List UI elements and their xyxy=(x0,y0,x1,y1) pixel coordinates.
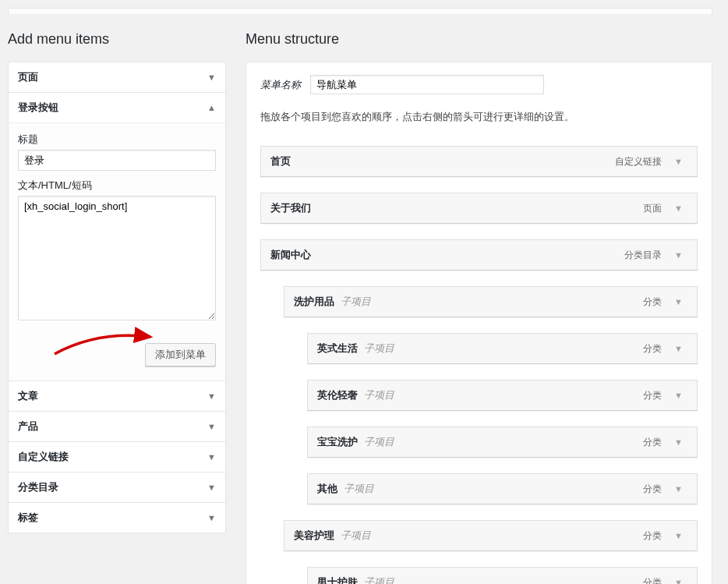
instructions-text: 拖放各个项目到您喜欢的顺序，点击右侧的箭头可进行更详细的设置。 xyxy=(260,110,698,124)
shortcode-field-label: 文本/HTML/短码 xyxy=(18,179,216,193)
accordion-tag[interactable]: 标签 ▼ xyxy=(9,503,225,533)
menu-item-title: 美容护理 xyxy=(294,529,334,543)
menu-item-type: 分类 xyxy=(643,342,662,356)
menu-item[interactable]: 洗护用品子项目分类▼ xyxy=(284,286,698,317)
chevron-down-icon[interactable]: ▼ xyxy=(670,200,687,216)
menu-item-title: 英式生活 xyxy=(317,342,358,356)
menu-item-list: 首页自定义链接▼关于我们页面▼新闻中心分类目录▼洗护用品子项目分类▼英式生活子项… xyxy=(260,138,698,584)
accordion-customlink-label: 自定义链接 xyxy=(18,450,69,464)
menu-item[interactable]: 新闻中心分类目录▼ xyxy=(260,239,698,271)
chevron-down-icon[interactable]: ▼ xyxy=(670,481,687,497)
chevron-down-icon[interactable]: ▼ xyxy=(670,154,687,169)
accordion-login-label: 登录按钮 xyxy=(18,101,58,115)
accordion-category[interactable]: 分类目录 ▼ xyxy=(9,473,225,502)
menu-item[interactable]: 宝宝洗护子项目分类▼ xyxy=(307,426,698,458)
title-field-label: 标题 xyxy=(18,133,216,147)
menu-item-type: 分类 xyxy=(643,436,662,449)
menu-item-title: 男士护肤 xyxy=(317,575,358,584)
menu-item[interactable]: 英式生活子项目分类▼ xyxy=(307,333,698,364)
menu-item[interactable]: 关于我们页面▼ xyxy=(260,193,698,224)
accordion-page-label: 页面 xyxy=(18,70,38,84)
menu-item-title: 关于我们 xyxy=(270,201,311,215)
menu-item[interactable]: 美容护理子项目分类▼ xyxy=(284,520,698,551)
accordion-product[interactable]: 产品 ▼ xyxy=(9,412,225,441)
accordion-page[interactable]: 页面 ▼ xyxy=(9,62,225,92)
shortcode-textarea[interactable] xyxy=(18,196,216,320)
menu-item[interactable]: 首页自定义链接▼ xyxy=(260,146,698,177)
menu-name-label: 菜单名称 xyxy=(260,78,301,92)
menu-structure-heading: Menu structure xyxy=(246,31,712,48)
chevron-down-icon[interactable]: ▼ xyxy=(670,247,687,263)
chevron-down-icon: ▼ xyxy=(207,422,216,431)
menu-item-type: 分类 xyxy=(643,576,662,585)
menu-item[interactable]: 其他子项目分类▼ xyxy=(307,473,698,504)
menu-item-subitem-label: 子项目 xyxy=(364,388,394,402)
menu-item-subitem-label: 子项目 xyxy=(364,342,394,356)
menu-panel: 菜单名称 拖放各个项目到您喜欢的顺序，点击右侧的箭头可进行更详细的设置。 首页自… xyxy=(246,62,712,584)
chevron-down-icon[interactable]: ▼ xyxy=(670,294,687,310)
menu-item-subitem-label: 子项目 xyxy=(344,482,374,496)
menu-name-input[interactable] xyxy=(310,75,544,94)
menu-item-type: 分类 xyxy=(643,529,662,543)
accordion-category-label: 分类目录 xyxy=(18,480,58,494)
top-bar xyxy=(8,8,712,14)
chevron-down-icon: ▼ xyxy=(207,73,216,82)
accordion-tag-label: 标签 xyxy=(18,511,38,525)
chevron-down-icon[interactable]: ▼ xyxy=(670,434,687,450)
add-menu-items-heading: Add menu items xyxy=(8,31,226,48)
chevron-up-icon: ▲ xyxy=(207,103,216,112)
title-input[interactable] xyxy=(18,150,216,171)
menu-item-subitem-label: 子项目 xyxy=(341,529,371,543)
menu-item-type: 分类目录 xyxy=(624,249,662,262)
accordion-login-body: 标题 文本/HTML/短码 添加到菜单 xyxy=(9,122,225,380)
menu-item-title: 洗护用品 xyxy=(294,295,334,309)
chevron-down-icon: ▼ xyxy=(207,452,216,462)
menu-item[interactable]: 男士护肤子项目分类▼ xyxy=(307,567,698,584)
accordion-custom-link[interactable]: 自定义链接 ▼ xyxy=(9,442,225,472)
menu-item-title: 首页 xyxy=(270,154,291,168)
menu-item-type: 分类 xyxy=(643,296,662,309)
menu-item[interactable]: 英伦轻奢子项目分类▼ xyxy=(307,380,698,411)
chevron-down-icon[interactable]: ▼ xyxy=(670,575,687,584)
menu-item-type: 自定义链接 xyxy=(615,155,662,168)
menu-item-type: 分类 xyxy=(643,389,662,402)
menu-item-subitem-label: 子项目 xyxy=(341,295,371,309)
accordion-post-label: 文章 xyxy=(18,389,38,403)
accordion-login-button[interactable]: 登录按钮 ▲ xyxy=(9,93,225,122)
chevron-down-icon: ▼ xyxy=(207,513,216,522)
menu-item-title: 英伦轻奢 xyxy=(317,388,358,402)
menu-item-subitem-label: 子项目 xyxy=(364,575,394,584)
chevron-down-icon[interactable]: ▼ xyxy=(670,388,687,403)
menu-item-subitem-label: 子项目 xyxy=(364,435,394,449)
menu-item-type: 页面 xyxy=(643,202,662,215)
annotation-arrow-icon xyxy=(51,323,160,359)
chevron-down-icon: ▼ xyxy=(207,391,216,401)
menu-item-type: 分类 xyxy=(643,483,662,496)
menu-item-title: 其他 xyxy=(317,482,337,496)
chevron-down-icon[interactable]: ▼ xyxy=(670,528,687,543)
accordion-group: 页面 ▼ 登录按钮 ▲ 标题 文本/HTML/短码 xyxy=(8,62,226,533)
accordion-product-label: 产品 xyxy=(18,419,38,434)
menu-item-title: 新闻中心 xyxy=(270,248,311,262)
accordion-post[interactable]: 文章 ▼ xyxy=(9,381,225,411)
chevron-down-icon: ▼ xyxy=(207,483,216,492)
menu-item-title: 宝宝洗护 xyxy=(317,435,358,449)
chevron-down-icon[interactable]: ▼ xyxy=(670,341,687,356)
